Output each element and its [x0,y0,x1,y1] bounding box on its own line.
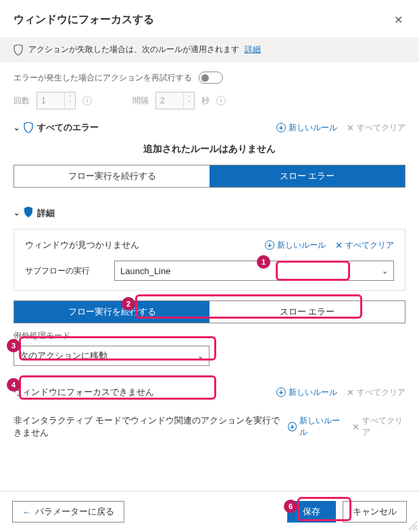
info-icon: i [216,96,226,105]
continue-option[interactable]: フロー実行を続行する [14,301,210,323]
close-icon: ✕ [347,123,354,133]
annotation-badge: 4 [7,378,20,392]
new-rule-button[interactable]: + 新しいルール [288,415,343,438]
all-errors-title: すべてのエラー [37,122,99,134]
chevron-down-icon: ⌄ [197,352,203,361]
back-to-params-button[interactable]: ← パラメーターに戻る [12,501,124,523]
retry-label: エラーが発生した場合にアクションを再試行する [14,72,192,84]
chevron-down-icon: ⌄ [382,267,388,275]
annotation-badge: 2 [122,297,135,311]
arrow-left-icon: ← [22,507,31,517]
throw-option[interactable]: スロー エラー [210,301,405,323]
all-errors-mode-toggle[interactable]: フロー実行を続行する スロー エラー [14,165,405,188]
shield-filled-icon [24,207,33,219]
shield-icon [14,45,23,55]
new-rule-button[interactable]: + 新しいルール [276,122,337,134]
noninteractive-label: 非インタラクティブ モードでウィンドウ関連のアクションを実行できません [14,415,288,439]
throw-option[interactable]: スロー エラー [210,165,405,187]
detail-title: 詳細 [37,207,55,219]
annotation-badge: 1 [257,255,270,269]
clear-all-button: ✕ すべてクリア [352,415,405,438]
window-not-found-label: ウィンドウが見つかりません [25,239,139,251]
mode-label: 例外処理モード [14,330,405,342]
clear-all-button: ✕ すべてクリア [347,122,405,134]
chevron-down-icon[interactable]: ⌄ [14,209,20,217]
plus-icon: + [265,240,274,250]
plus-icon: + [288,422,297,431]
close-icon: ✕ [335,240,343,250]
chevron-down-icon[interactable]: ⌄ [14,124,20,132]
close-icon: ✕ [352,422,360,432]
resize-grip-icon[interactable] [408,521,418,531]
cancel-button[interactable]: キャンセル [343,501,407,523]
detail-mode-toggle[interactable]: フロー実行を続行する スロー エラー [14,300,405,323]
dialog-title: ウィンドウにフォーカスする [14,13,154,27]
annotation-badge: 6 [284,500,297,513]
interval-input: 2 ˄˅ [155,92,195,109]
plus-icon: + [276,123,286,132]
interval-label: 間隔 [132,95,149,107]
plus-icon: + [276,388,286,397]
window-not-found-card: ウィンドウが見つかりません + 新しいルール ✕ すべてクリア サブフローの実行… [14,229,405,291]
cannot-focus-label: ウィンドウにフォーカスできません [14,386,154,398]
banner-details-link[interactable]: 詳細 [245,44,261,55]
banner-text: アクションが失敗した場合は、次のルールが適用されます [28,44,239,55]
shield-icon [24,122,33,133]
times-label: 回数 [14,95,30,107]
retry-toggle[interactable] [199,72,223,84]
times-input: 1 ˄˅ [36,92,76,109]
info-icon: i [82,96,92,105]
info-banner: アクションが失敗した場合は、次のルールが適用されます 詳細 [0,37,419,62]
close-icon[interactable]: ✕ [391,11,405,29]
subflow-dropdown[interactable]: Launch_Line ⌄ [114,261,394,281]
subflow-label: サブフローの実行 [25,265,106,277]
close-icon: ✕ [347,388,354,398]
no-rules-text: 追加されたルールはありません [0,143,419,155]
clear-all-button: ✕ すべてクリア [347,387,405,398]
continue-option[interactable]: フロー実行を続行する [14,165,210,187]
annotation-badge: 3 [7,339,20,352]
seconds-label: 秒 [201,95,210,107]
new-rule-button-detail[interactable]: + 新しいルール [265,240,326,251]
new-rule-button[interactable]: + 新しいルール [276,387,337,398]
clear-all-button-detail[interactable]: ✕ すべてクリア [335,240,394,251]
mode-dropdown[interactable]: 次のアクションに移動 ⌄ [14,346,210,366]
